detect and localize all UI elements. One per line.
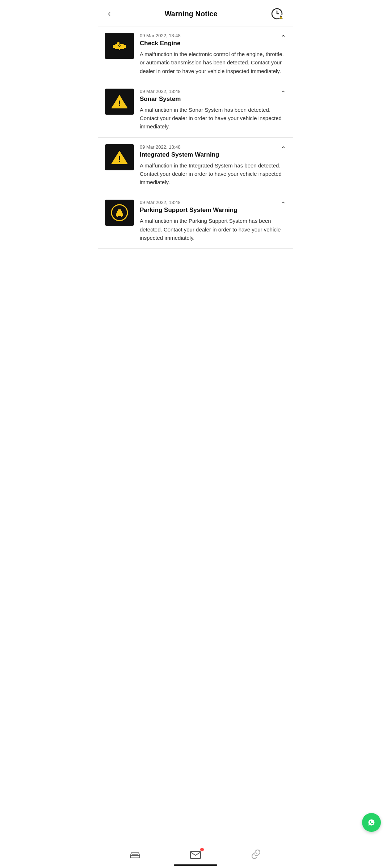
warning-content: 09 Mar 2022, 13:48 Parking Support Syste…	[140, 200, 286, 242]
clock-warning-icon: !	[271, 7, 284, 20]
warning-list: 09 Mar 2022, 13:48 Check Engine ⌃ A malf…	[98, 26, 293, 249]
chevron-up-icon[interactable]: ⌃	[281, 34, 286, 42]
svg-text:!: !	[118, 99, 121, 108]
warning-meta: 09 Mar 2022, 13:48 Sonar System	[140, 89, 278, 106]
chevron-up-icon[interactable]: ⌃	[281, 200, 286, 208]
warning-meta: 09 Mar 2022, 13:48 Parking Support Syste…	[140, 200, 278, 217]
warning-item: 09 Mar 2022, 13:48 Parking Support Syste…	[98, 193, 293, 249]
warning-date: 09 Mar 2022, 13:48	[140, 33, 278, 38]
warning-title: Check Engine	[140, 40, 278, 47]
svg-rect-19	[118, 209, 121, 212]
warning-content: 09 Mar 2022, 13:48 Integrated System War…	[140, 144, 286, 187]
warning-icon-box: !	[105, 89, 134, 115]
warning-description: A malfunction in the Integrated System h…	[140, 161, 286, 187]
warning-description: A malfunction in the Sonar System has be…	[140, 106, 286, 131]
warning-date: 09 Mar 2022, 13:48	[140, 144, 278, 150]
svg-rect-8	[119, 48, 120, 50]
warning-item: ! 09 Mar 2022, 13:48 Sonar System ⌃ A ma…	[98, 82, 293, 138]
warning-title: Integrated System Warning	[140, 151, 278, 158]
svg-text:!: !	[118, 154, 121, 163]
warning-icon-box: !	[105, 144, 134, 170]
warning-icon-box	[105, 200, 134, 226]
warning-date: 09 Mar 2022, 13:48	[140, 89, 278, 94]
warning-item: 09 Mar 2022, 13:48 Check Engine ⌃ A malf…	[98, 26, 293, 82]
warning-date: 09 Mar 2022, 13:48	[140, 200, 278, 205]
warning-meta: 09 Mar 2022, 13:48 Check Engine	[140, 33, 278, 50]
back-button[interactable]: ‹	[106, 8, 112, 20]
history-icon-button[interactable]: !	[270, 7, 285, 21]
warning-icon-box	[105, 33, 134, 59]
svg-rect-5	[117, 42, 119, 44]
chevron-up-icon[interactable]: ⌃	[281, 145, 286, 153]
warning-title: Parking Support System Warning	[140, 207, 278, 214]
chevron-up-icon[interactable]: ⌃	[281, 89, 286, 97]
svg-rect-7	[124, 45, 126, 48]
svg-point-17	[117, 216, 118, 217]
svg-point-18	[121, 216, 122, 217]
warning-item: ! 09 Mar 2022, 13:48 Integrated System W…	[98, 138, 293, 193]
svg-rect-6	[113, 45, 115, 48]
warning-meta: 09 Mar 2022, 13:48 Integrated System War…	[140, 144, 278, 161]
warning-title: Sonar System	[140, 95, 278, 103]
page-title: Warning Notice	[165, 10, 218, 18]
warning-content: 09 Mar 2022, 13:48 Sonar System ⌃ A malf…	[140, 89, 286, 131]
svg-point-10	[119, 45, 120, 46]
warning-description: A malfunction in the electronic control …	[140, 50, 286, 75]
warning-description: A malfunction in the Parking Support Sys…	[140, 217, 286, 242]
warning-content: 09 Mar 2022, 13:48 Check Engine ⌃ A malf…	[140, 33, 286, 75]
header: ‹ Warning Notice !	[98, 0, 293, 26]
svg-text:!: !	[280, 16, 281, 19]
